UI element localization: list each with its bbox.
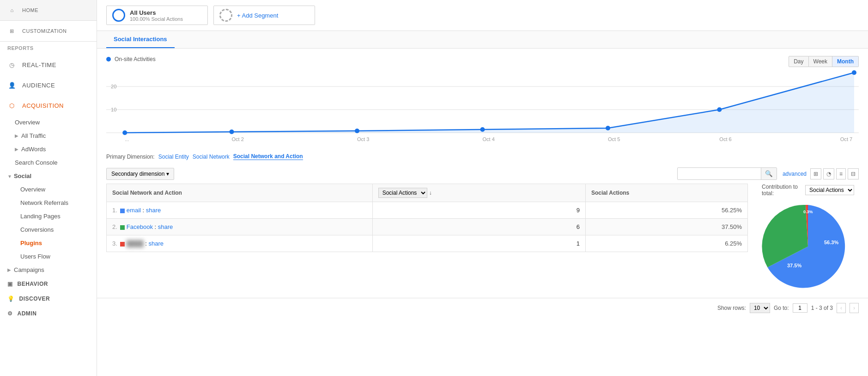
secondary-dimension-container: Secondary dimension ▾: [106, 168, 174, 180]
advanced-link[interactable]: advanced: [783, 171, 807, 177]
sidebar-item-customization[interactable]: ⊞ CUSTOMIZATION: [0, 21, 97, 42]
arrow-icon: ▶: [15, 147, 18, 152]
home-icon: ⌂: [7, 6, 17, 15]
chevron-down-icon: ▾: [166, 171, 169, 177]
behavior-icon: ▣: [7, 281, 13, 287]
svg-text:Oct 3: Oct 3: [357, 136, 369, 142]
segment-circle-icon: [112, 9, 125, 22]
line-chart-svg: 20 10 ... Oct 2 Oct 3 Oct 4 Oct 5 Oct 6 …: [106, 68, 859, 142]
grid-view-button[interactable]: ⊞: [810, 168, 821, 179]
table-cell-pct: 56.25%: [586, 202, 748, 219]
contribution-label: Contribution to total: Social Actions: [762, 184, 854, 197]
person-icon: 👤: [7, 80, 17, 90]
list-view-button[interactable]: ≡: [836, 168, 846, 179]
segments-bar: All Users 100.00% Social Actions + Add S…: [97, 0, 868, 31]
next-page-button[interactable]: ›: [850, 303, 859, 313]
sidebar-item-admin[interactable]: ⚙ ADMIN: [0, 306, 97, 321]
sidebar-item-social-overview[interactable]: Overview: [0, 183, 97, 196]
compare-view-button[interactable]: ⊟: [848, 168, 859, 179]
primary-dim-social-network[interactable]: Social Network: [193, 154, 230, 160]
table-footer: Show rows: 10 25 50 Go to: 1 1 - 3 of 3 …: [97, 298, 868, 318]
svg-text:Oct 4: Oct 4: [483, 136, 495, 142]
svg-text:10: 10: [111, 107, 116, 112]
svg-point-13: [122, 130, 127, 135]
search-input[interactable]: [678, 168, 761, 179]
chart-area: Day Week Month On-site Activities 20 10 …: [97, 49, 868, 149]
sort-desc-icon: ↓: [429, 190, 432, 196]
sidebar-item-conversions[interactable]: Conversions: [0, 223, 97, 236]
svg-text:Oct 2: Oct 2: [232, 136, 244, 142]
svg-point-16: [480, 127, 485, 132]
sidebar-item-network-referrals[interactable]: Network Referrals: [0, 196, 97, 210]
sidebar-item-landing-pages[interactable]: Landing Pages: [0, 210, 97, 223]
primary-dim-social-network-action[interactable]: Social Network and Action: [233, 153, 303, 160]
search-button[interactable]: 🔍: [761, 168, 777, 179]
day-button[interactable]: Day: [789, 56, 808, 67]
show-rows-label: Show rows:: [717, 305, 746, 311]
sidebar-item-users-flow[interactable]: Users Flow: [0, 250, 97, 263]
pie-chart-area: Contribution to total: Social Actions 56…: [757, 184, 859, 294]
svg-point-14: [229, 129, 234, 134]
sidebar-item-plugins[interactable]: Plugins: [0, 236, 97, 250]
toolbar-right: 🔍 advanced ⊞ ◔ ≡ ⊟: [677, 167, 859, 180]
search-box: 🔍: [677, 167, 777, 180]
svg-text:Oct 7: Oct 7: [840, 136, 852, 142]
sidebar-item-adwords[interactable]: ▶ AdWords: [0, 142, 97, 156]
table-cell-value: 6: [372, 219, 585, 235]
customization-icon: ⊞: [7, 26, 17, 36]
data-section: Social Network and Action Social Actions…: [97, 184, 868, 294]
view-icons: ⊞ ◔ ≡ ⊟: [810, 168, 859, 179]
add-segment-label: + Add Segment: [237, 12, 278, 19]
week-button[interactable]: Week: [809, 56, 832, 67]
table-row: 3.████ : share 1 6.25%: [107, 235, 748, 252]
svg-text:Oct 5: Oct 5: [608, 136, 620, 142]
table-cell-value: 9: [372, 202, 585, 219]
sidebar-item-campaigns[interactable]: ▶ Campaigns: [0, 263, 97, 277]
social-actions-select[interactable]: Social Actions: [378, 188, 427, 198]
sidebar-item-audience[interactable]: 👤 AUDIENCE: [0, 75, 97, 95]
clock-icon: ◷: [7, 60, 17, 69]
table-cell-pct: 6.25%: [586, 235, 748, 252]
primary-dim-social-entity[interactable]: Social Entity: [158, 154, 189, 160]
data-table: Social Network and Action Social Actions…: [106, 184, 748, 252]
contribution-select[interactable]: Social Actions: [805, 185, 854, 195]
col2-header sortable[interactable]: Social Actions ↓: [372, 184, 585, 202]
goto-label: Go to:: [774, 305, 789, 311]
svg-text:37.5%: 37.5%: [787, 263, 801, 268]
data-table-container: Social Network and Action Social Actions…: [106, 184, 748, 294]
tab-social-interactions[interactable]: Social Interactions: [106, 31, 175, 48]
table-cell-value: 1: [372, 235, 585, 252]
col1-header: Social Network and Action: [107, 184, 373, 202]
sidebar: ⌂ HOME ⊞ CUSTOMIZATION Reports ◷ REAL-TI…: [0, 0, 97, 376]
pie-svg: 56.3% 37.5% 0.3%: [762, 200, 854, 293]
table-cell-name: 3.████ : share: [107, 235, 373, 252]
sidebar-item-acquisition[interactable]: ⬡ ACQUISITION: [0, 95, 97, 116]
table-cell-pct: 37.50%: [586, 219, 748, 235]
social-actions-dropdown: Social Actions ↓: [378, 188, 580, 198]
segment-sub: 100.00% Social Actions: [130, 16, 183, 22]
sidebar-item-overview[interactable]: Overview: [0, 116, 97, 129]
sidebar-item-discover[interactable]: 💡 DISCOVER: [0, 291, 97, 306]
svg-text:56.3%: 56.3%: [824, 240, 838, 245]
sidebar-item-home[interactable]: ⌂ HOME: [0, 0, 97, 21]
show-rows-select[interactable]: 10 25 50: [750, 303, 770, 313]
goto-input[interactable]: 1: [793, 303, 807, 313]
svg-point-17: [606, 126, 610, 130]
sidebar-item-social[interactable]: ▼Social: [0, 169, 97, 183]
sidebar-item-all-traffic[interactable]: ▶ All Traffic: [0, 129, 97, 142]
pie-view-button[interactable]: ◔: [823, 168, 834, 179]
month-button[interactable]: Month: [832, 56, 859, 67]
sidebar-item-realtime[interactable]: ◷ REAL-TIME: [0, 55, 97, 75]
add-segment-circle: [219, 9, 232, 22]
svg-text:...: ...: [125, 136, 129, 142]
main-content: All Users 100.00% Social Actions + Add S…: [97, 0, 868, 376]
svg-text:0.3%: 0.3%: [803, 210, 813, 214]
prev-page-button[interactable]: ‹: [837, 303, 846, 313]
col3-header: Social Actions: [586, 184, 748, 202]
add-segment-pill[interactable]: + Add Segment: [213, 6, 315, 25]
sidebar-item-behavior[interactable]: ▣ BEHAVIOR: [0, 277, 97, 291]
chart-svg: 20 10 ... Oct 2 Oct 3 Oct 4 Oct 5 Oct 6 …: [106, 68, 859, 142]
secondary-dimension-button[interactable]: Secondary dimension ▾: [106, 168, 174, 180]
sidebar-item-search-console[interactable]: Search Console: [0, 156, 97, 169]
segment-name: All Users: [130, 9, 183, 16]
